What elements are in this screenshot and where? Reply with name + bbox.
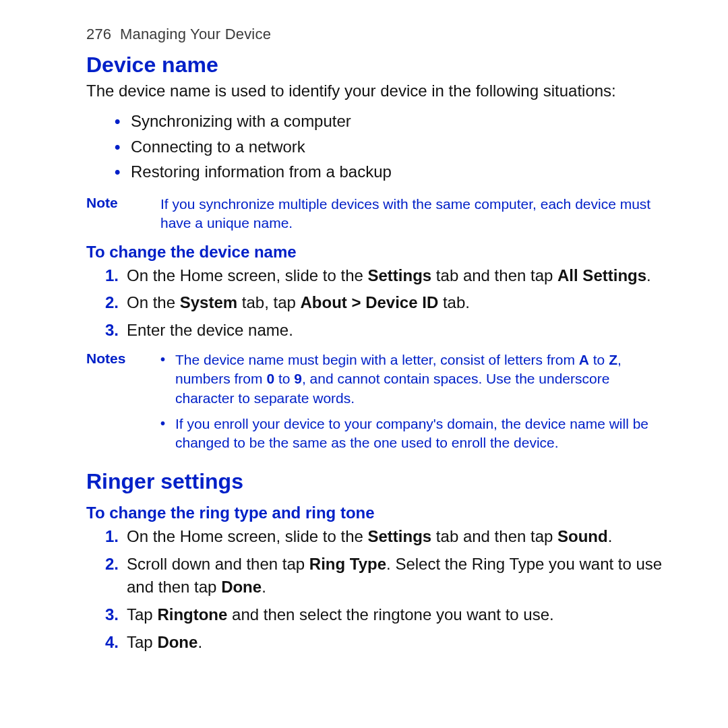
list-item: Synchronizing with a computer — [115, 109, 666, 133]
step-item: Tap Done. — [105, 631, 666, 655]
notes-label: Notes — [86, 351, 139, 460]
step-item: On the Home screen, slide to the Setting… — [105, 264, 666, 288]
ordered-steps-ringer: On the Home screen, slide to the Setting… — [86, 525, 666, 655]
note-block: Note If you synchronize multiple devices… — [86, 195, 666, 233]
document-page: 276 Managing Your Device Device name The… — [0, 0, 728, 728]
step-item: Tap Ringtone and then select the rington… — [105, 603, 666, 627]
note-item: If you enroll your device to your compan… — [160, 415, 666, 453]
running-head: 276 Managing Your Device — [86, 26, 666, 43]
notes-body: The device name must begin with a letter… — [160, 351, 666, 460]
step-item: Scroll down and then tap Ring Type. Sele… — [105, 553, 666, 600]
list-item: Connecting to a network — [115, 134, 666, 159]
bullet-list-device-name: Synchronizing with a computer Connecting… — [86, 109, 666, 184]
subheading-change-ring: To change the ring type and ring tone — [86, 504, 666, 522]
notes-block: Notes The device name must begin with a … — [86, 351, 666, 460]
intro-text: The device name is used to identify your… — [86, 80, 666, 102]
note-item: The device name must begin with a letter… — [160, 351, 666, 408]
step-item: Enter the device name. — [105, 319, 666, 342]
list-item: Restoring information from a backup — [115, 159, 666, 184]
note-body: If you synchronize multiple devices with… — [160, 195, 666, 233]
note-label: Note — [86, 195, 139, 233]
subheading-change-device-name: To change the device name — [86, 243, 666, 262]
section-heading-device-name: Device name — [86, 53, 666, 78]
ordered-steps-device-name: On the Home screen, slide to the Setting… — [86, 264, 666, 342]
section-heading-ringer-settings: Ringer settings — [86, 469, 666, 494]
chapter-title: Managing Your Device — [120, 26, 271, 42]
step-item: On the System tab, tap About > Device ID… — [105, 291, 666, 315]
page-number: 276 — [86, 26, 111, 42]
step-item: On the Home screen, slide to the Setting… — [105, 525, 666, 549]
